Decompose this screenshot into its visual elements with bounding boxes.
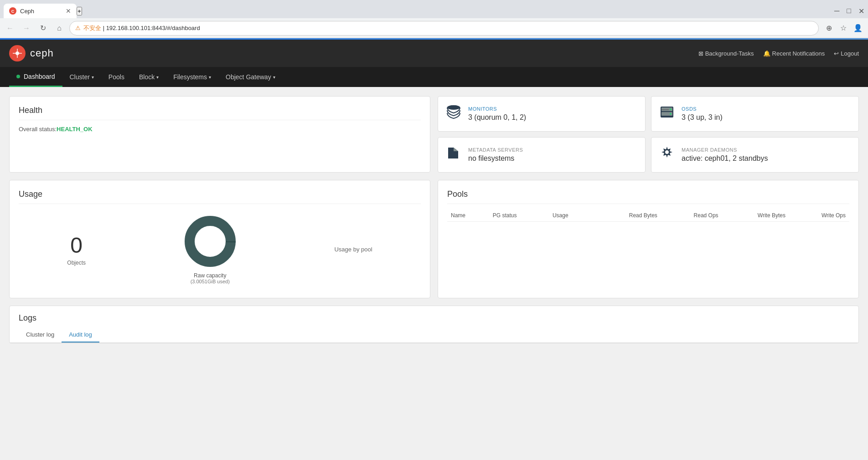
nav-filesystems[interactable]: Filesystems ▾ [166,67,218,87]
svg-point-12 [670,108,672,110]
forward-button[interactable]: → [20,22,33,35]
bookmark-icon[interactable]: ☆ [837,22,850,35]
svg-point-7 [447,105,460,110]
app-header: ceph ⊠ Background-Tasks 🔔 Recent Notific… [0,40,868,67]
logs-title: Logs [19,313,849,323]
pools-col-usage: Usage [549,210,593,222]
tab-title: Ceph [20,8,62,15]
pools-table-header: Name PG status Usage Read Bytes Read Ops… [447,210,849,222]
osds-value: 3 (3 up, 3 in) [682,113,723,122]
manager-daemons-card: MANAGER DAEMONS active: ceph01, 2 standb… [651,137,859,173]
nav-block[interactable]: Block ▾ [132,67,166,87]
manager-daemons-label: MANAGER DAEMONS [682,147,768,153]
translate-icon[interactable]: ⊕ [822,22,835,35]
health-status-label: Overall status: [19,126,57,133]
address-bar[interactable]: ⚠ 不安全 | 192.168.100.101:8443/#/dashboard [69,21,819,36]
window-controls: ─ □ ✕ [834,7,864,15]
background-tasks-link[interactable]: ⊠ Background-Tasks [698,50,754,57]
cluster-caret-icon: ▾ [92,75,94,80]
svg-text:C: C [11,9,15,14]
nav-block-label: Block [139,73,155,81]
usage-card: Usage 0 Objects 0% Raw capacity (3.0051G… [9,180,430,298]
pools-col-name: Name [447,210,489,222]
nav-object-gateway-label: Object Gateway [226,73,271,81]
profile-icon[interactable]: 👤 [852,22,864,35]
monitors-label: MONITORS [468,106,526,112]
manager-daemons-value: active: ceph01, 2 standbys [682,154,768,163]
security-warning-icon: ⚠ [75,25,81,31]
nav-cluster-label: Cluster [70,73,90,81]
usage-title: Usage [19,189,421,204]
health-status: Overall status:HEALTH_OK [19,126,421,133]
notifications-link[interactable]: 🔔 Recent Notifications [763,50,825,57]
nav-pools[interactable]: Pools [101,67,132,87]
home-button[interactable]: ⌂ [53,22,66,35]
refresh-button[interactable]: ↻ [36,22,49,35]
pools-col-read-bytes: Read Bytes [593,210,661,222]
osds-info: OSDS 3 (3 up, 3 in) [682,106,723,122]
active-dot-icon [16,75,20,78]
objects-label: Objects [67,260,86,266]
svg-point-13 [670,113,672,115]
log-tab-audit[interactable]: Audit log [62,327,99,342]
pools-col-write-bytes: Write Bytes [722,210,789,222]
block-caret-icon: ▾ [156,75,159,80]
tab-favicon: C [9,7,16,15]
status-cards-grid: MONITORS 3 (quorum 0, 1, 2) [438,96,859,173]
minimize-icon[interactable]: ─ [834,7,839,15]
audit-log-label: Audit log [69,331,92,338]
maximize-icon[interactable]: □ [847,7,851,15]
donut-label: Raw capacity [183,272,238,279]
insecure-label: 不安全 [83,25,101,31]
nav-cluster[interactable]: Cluster ▾ [62,67,101,87]
log-tab-cluster[interactable]: Cluster log [19,327,62,342]
monitors-value: 3 (quorum 0, 1, 2) [468,113,526,122]
ceph-logo-icon [9,45,26,61]
donut-chart-wrapper: 0% Raw capacity (3.0051GiB used) [183,214,238,284]
nav-dashboard[interactable]: Dashboard [9,67,62,87]
osds-icon [659,104,675,124]
close-window-icon[interactable]: ✕ [858,7,864,15]
active-tab[interactable]: C Ceph ✕ [4,4,77,18]
back-button[interactable]: ← [4,22,16,35]
pools-table: Name PG status Usage Read Bytes Read Ops… [447,210,849,222]
nav-filesystems-label: Filesystems [173,73,207,81]
main-content: Health Overall status:HEALTH_OK [0,87,868,360]
toolbar-actions: ⊕ ☆ 👤 [822,22,864,35]
monitors-icon [445,104,462,124]
osds-card: OSDS 3 (3 up, 3 in) [651,96,859,132]
nav-pools-label: Pools [108,73,124,81]
donut-sublabel: (3.0051GiB used) [183,279,238,284]
pools-col-write-ops: Write Ops [789,210,849,222]
object-gateway-caret-icon: ▾ [273,75,275,80]
metadata-servers-value: no filesystems [468,154,523,163]
pools-col-read-ops: Read Ops [661,210,722,222]
logs-tabs: Cluster log Audit log [10,327,858,343]
app-logo-text: ceph [30,47,54,59]
logs-card: Logs Cluster log Audit log [9,306,859,343]
health-title: Health [19,106,421,120]
pools-title: Pools [447,189,849,204]
url-text: | [103,25,106,31]
nav-object-gateway[interactable]: Object Gateway ▾ [218,67,283,87]
pools-col-pg-status: PG status [489,210,549,222]
usage-content: 0 Objects 0% Raw capacity (3.0051GiB use… [19,210,421,289]
notifications-label: Recent Notifications [772,50,825,57]
browser-chrome: C Ceph ✕ + ─ □ ✕ ← → ↻ ⌂ ⚠ 不安全 | 192.168… [0,0,868,38]
metadata-servers-label: METADATA SERVERS [468,147,523,153]
objects-count: 0 Objects [67,233,86,266]
pools-card: Pools Name PG status Usage Read Bytes Re… [438,180,859,298]
objects-number: 0 [67,233,86,258]
new-tab-button[interactable]: + [77,7,82,15]
manager-daemons-info: MANAGER DAEMONS active: ceph01, 2 standb… [682,147,768,163]
header-actions: ⊠ Background-Tasks 🔔 Recent Notification… [698,50,859,57]
close-tab-button[interactable]: ✕ [66,7,71,15]
monitors-card: MONITORS 3 (quorum 0, 1, 2) [438,96,646,132]
app-logo: ceph [9,45,54,61]
url-value: 192.168.100.101:8443/#/dashboard [106,25,200,31]
logout-link[interactable]: ↩ Logout [834,50,859,57]
svg-text:0%: 0% [205,238,215,245]
logout-label: Logout [841,50,859,57]
metadata-servers-info: METADATA SERVERS no filesystems [468,147,523,163]
metadata-servers-card: METADATA SERVERS no filesystems [438,137,646,173]
